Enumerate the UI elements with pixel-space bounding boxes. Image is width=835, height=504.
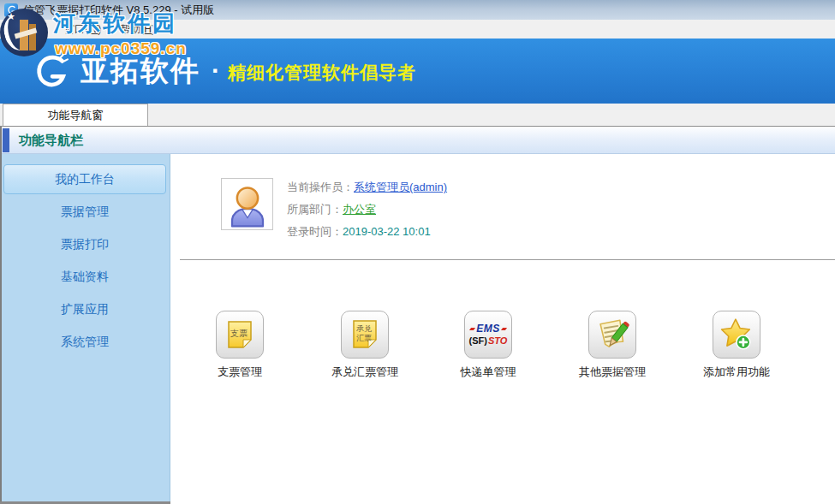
app-logo-icon — [4, 3, 18, 17]
window-title: 信管飞票据打印软件 V8.5.229 - 试用版 — [23, 3, 214, 18]
shortcut-label: 承兑汇票管理 — [313, 365, 416, 380]
svg-text:支票: 支票 — [230, 329, 248, 338]
operator-link[interactable]: 系统管理员(admin) — [354, 181, 447, 193]
user-info-panel: 当前操作员：系统管理员(admin) 所属部门：办公室 登录时间：2019-03… — [287, 176, 447, 243]
login-time-label: 登录时间： — [287, 225, 343, 238]
shortcut-cheque-management[interactable]: 支票 支票管理 — [188, 311, 291, 380]
sidebar-item-workbench[interactable]: 我的工作台 — [3, 164, 166, 194]
menubar: 系统(S) 窗口(W) 帮助(H) — [0, 20, 835, 39]
sidebar-item-bill-printing[interactable]: 票据打印 — [3, 229, 166, 259]
brand-separator: · — [212, 56, 220, 86]
shortcut-label: 支票管理 — [188, 365, 291, 380]
menu-window[interactable]: 窗口(W) — [55, 20, 110, 39]
operator-label: 当前操作员： — [287, 181, 354, 193]
shortcut-add-common-function[interactable]: 添加常用功能 — [685, 311, 788, 380]
app-window: 信管飞票据打印软件 V8.5.229 - 试用版 系统(S) 窗口(W) 帮助(… — [0, 0, 835, 504]
department-row: 所属部门：办公室 — [287, 199, 447, 221]
notepad-pencil-icon — [594, 317, 630, 353]
shortcut-label: 其他票据管理 — [561, 365, 664, 380]
sidebar-item-basic-data[interactable]: 基础资料 — [3, 262, 166, 292]
svg-text:汇票: 汇票 — [356, 334, 372, 342]
login-time-row: 登录时间：2019-03-22 10:01 — [287, 221, 447, 243]
tab-function-navigation[interactable]: 功能导航窗 — [3, 104, 148, 126]
operator-row: 当前操作员：系统管理员(admin) — [287, 176, 447, 199]
sidebar-item-system-management[interactable]: 系统管理 — [3, 327, 166, 357]
menu-help[interactable]: 帮助(H) — [110, 20, 164, 39]
avatar — [221, 178, 273, 230]
brand-slogan: 精细化管理软件倡导者 — [228, 57, 416, 85]
main-content: 当前操作员：系统管理员(admin) 所属部门：办公室 登录时间：2019-03… — [170, 154, 835, 504]
nav-accent-bar — [3, 128, 9, 152]
department-label: 所属部门： — [287, 203, 343, 216]
titlebar: 信管飞票据打印软件 V8.5.229 - 试用版 — [0, 0, 835, 20]
divider — [180, 259, 835, 260]
user-avatar-icon — [224, 183, 271, 229]
sidebar-item-bill-management[interactable]: 票据管理 — [3, 197, 166, 227]
sidebar-item-extended-apps[interactable]: 扩展应用 — [3, 294, 166, 324]
cheque-note-icon: 支票 — [223, 317, 257, 352]
express-button[interactable]: EMS (SF)STO — [464, 311, 512, 359]
cheque-button[interactable]: 支票 — [216, 311, 264, 359]
shortcut-express-management[interactable]: EMS (SF)STO 快递单管理 — [437, 311, 540, 380]
menu-system[interactable]: 系统(S) — [2, 20, 55, 39]
draft-button[interactable]: 承兑 汇票 — [341, 311, 389, 359]
nav-header-title: 功能导航栏 — [19, 133, 83, 149]
nav-header: 功能导航栏 — [0, 127, 835, 154]
shortcut-label: 快递单管理 — [437, 365, 540, 380]
login-time-value: 2019-03-22 10:01 — [343, 225, 431, 238]
svg-text:承兑: 承兑 — [356, 324, 372, 333]
star-add-icon — [719, 317, 754, 353]
draft-note-icon: 承兑 汇票 — [348, 317, 382, 352]
brand-banner: 亚拓软件 · 精细化管理软件倡导者 — [0, 39, 835, 104]
express-logos-icon: EMS (SF)STO — [468, 323, 508, 345]
shortcut-label: 添加常用功能 — [685, 365, 788, 380]
brand-logo-icon — [33, 53, 69, 89]
brand-name: 亚拓软件 — [81, 52, 200, 91]
shortcut-other-bills-management[interactable]: 其他票据管理 — [561, 311, 664, 380]
add-function-button[interactable] — [713, 311, 760, 359]
window-left-edge — [0, 127, 2, 504]
department-link[interactable]: 办公室 — [343, 203, 376, 216]
shortcut-draft-management[interactable]: 承兑 汇票 承兑汇票管理 — [313, 311, 416, 380]
sidebar: 我的工作台 票据管理 票据打印 基础资料 扩展应用 系统管理 — [0, 154, 170, 504]
other-bills-button[interactable] — [588, 311, 636, 359]
tabstrip: 功能导航窗 — [0, 104, 835, 127]
